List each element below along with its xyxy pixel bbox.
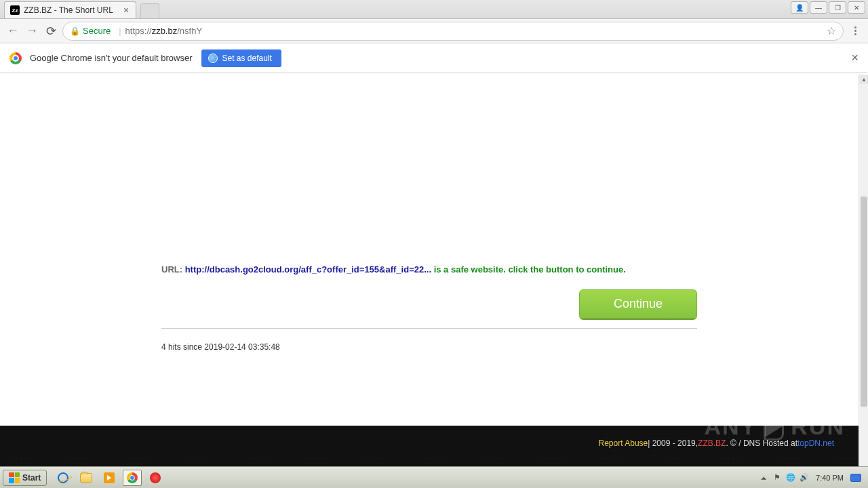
default-browser-infobar: Google Chrome isn't your default browser… — [0, 43, 868, 73]
footer-brand-link[interactable]: ZZB.BZ — [698, 439, 726, 448]
taskbar-media[interactable] — [100, 470, 119, 486]
chrome-icon — [9, 52, 22, 64]
browser-toolbar: ← → ⟳ 🔒 Secure | https://zzb.bz/nsfhY ☆ — [0, 19, 868, 43]
infobar-message: Google Chrome isn't your default browser — [30, 53, 192, 63]
taskbar-chrome[interactable] — [123, 470, 142, 486]
tab-strip: Zz ZZB.BZ - The Short URL × 👤 — ❐ ✕ — [0, 0, 868, 19]
start-button[interactable]: Start — [3, 470, 47, 486]
windows-logo-icon — [9, 472, 20, 483]
footer-hosted-pre: . © / DNS Hosted at — [726, 439, 797, 448]
globe-icon — [208, 54, 218, 63]
network-icon[interactable]: 🌐 — [786, 473, 795, 483]
windows-taskbar: Start ⏶ ⚑ 🌐 🔊 7:40 PM — [0, 466, 868, 488]
window-controls: 👤 — ❐ ✕ — [791, 1, 865, 14]
secure-label: Secure — [83, 26, 111, 36]
page-viewport: URL: http://dbcash.go2cloud.org/aff_c?of… — [0, 75, 859, 466]
url-host: zzb.bz — [152, 26, 178, 36]
continue-button[interactable]: Continue — [579, 289, 697, 319]
opera-icon — [150, 472, 161, 483]
scroll-thumb[interactable] — [861, 197, 867, 407]
set-default-button[interactable]: Set as default — [201, 49, 281, 67]
taskbar-apps — [54, 470, 165, 486]
divider — [161, 328, 697, 329]
tab-close-icon[interactable]: × — [122, 6, 130, 14]
browser-tab[interactable]: Zz ZZB.BZ - The Short URL × — [4, 1, 136, 18]
hits-text: 4 hits since 2019-02-14 03:35:48 — [161, 342, 697, 352]
scroll-up-icon[interactable]: ▲ — [859, 75, 868, 84]
separator: | — [119, 26, 121, 36]
chrome-icon — [127, 472, 138, 483]
url-info-line: URL: http://dbcash.go2cloud.org/aff_c?of… — [161, 264, 697, 274]
continue-row: Continue — [161, 289, 697, 319]
back-button[interactable]: ← — [5, 24, 20, 39]
footer-host-link[interactable]: topDN.net — [797, 439, 834, 448]
new-tab-button[interactable] — [140, 3, 159, 18]
page-footer: Report Abuse | 2009 - 2019, ZZB.BZ . © /… — [0, 426, 859, 466]
url-scheme: https:// — [125, 26, 152, 36]
ie-icon — [57, 471, 71, 485]
reload-button[interactable]: ⟳ — [43, 24, 58, 39]
report-abuse-link[interactable]: Report Abuse — [599, 439, 648, 448]
vertical-scrollbar[interactable]: ▲ — [859, 75, 868, 466]
taskbar-ie[interactable] — [54, 470, 73, 486]
system-tray: ⏶ ⚑ 🌐 🔊 7:40 PM — [755, 470, 865, 486]
footer-years: | 2009 - 2019, — [648, 439, 698, 448]
lock-icon: 🔒 — [70, 26, 80, 36]
target-url: http://dbcash.go2cloud.org/aff_c?offer_i… — [185, 264, 431, 274]
monitor-icon[interactable] — [850, 474, 861, 482]
taskbar-clock[interactable]: 7:40 PM — [816, 474, 844, 482]
maximize-button[interactable]: ❐ — [829, 1, 846, 14]
set-default-label: Set as default — [222, 54, 271, 63]
volume-icon[interactable]: 🔊 — [800, 473, 809, 483]
taskbar-opera[interactable] — [146, 470, 165, 486]
flag-icon[interactable]: ⚑ — [772, 473, 782, 483]
folder-icon — [80, 473, 92, 483]
tray-expand-icon[interactable]: ⏶ — [759, 473, 768, 483]
page-content: URL: http://dbcash.go2cloud.org/aff_c?of… — [161, 75, 697, 352]
start-label: Start — [22, 473, 41, 483]
media-player-icon — [104, 472, 115, 483]
browser-menu-button[interactable] — [848, 24, 863, 39]
url-label: URL: — [161, 264, 185, 274]
url-path: /nsfhY — [177, 26, 202, 36]
infobar-close-icon[interactable]: × — [851, 51, 859, 65]
forward-button[interactable]: → — [24, 24, 39, 39]
minimize-button[interactable]: — — [810, 1, 827, 14]
tab-title: ZZB.BZ - The Short URL — [24, 5, 122, 15]
address-bar[interactable]: 🔒 Secure | https://zzb.bz/nsfhY ☆ — [62, 22, 844, 41]
window-close-button[interactable]: ✕ — [848, 1, 865, 14]
safe-message: is a safe website. click the button to c… — [431, 264, 626, 274]
user-icon[interactable]: 👤 — [791, 1, 808, 14]
favicon-icon: Zz — [10, 5, 20, 15]
taskbar-explorer[interactable] — [77, 470, 96, 486]
bookmark-star-icon[interactable]: ☆ — [827, 24, 836, 37]
